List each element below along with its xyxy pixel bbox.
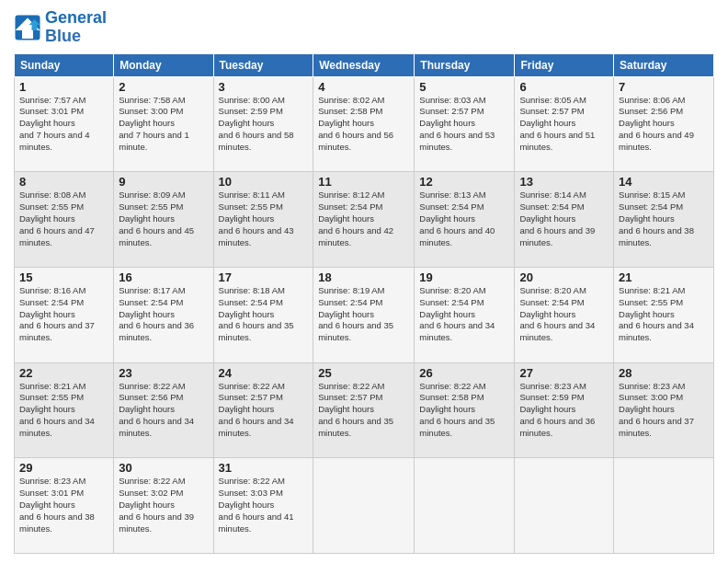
calendar-cell: 18 Sunrise: 8:19 AM Sunset: 2:54 PM Dayl… — [313, 267, 415, 362]
day-number: 14 — [619, 175, 709, 189]
logo: General Blue — [14, 9, 107, 46]
calendar-header-row: SundayMondayTuesdayWednesdayThursdayFrid… — [15, 53, 714, 76]
calendar-cell: 7 Sunrise: 8:06 AM Sunset: 2:56 PM Dayli… — [614, 76, 714, 172]
calendar-body: 1 Sunrise: 7:57 AM Sunset: 3:01 PM Dayli… — [15, 76, 714, 553]
day-number: 9 — [119, 175, 208, 189]
day-info: Sunrise: 8:22 AM Sunset: 3:02 PM Dayligh… — [119, 476, 208, 534]
day-info: Sunrise: 8:14 AM Sunset: 2:54 PM Dayligh… — [519, 190, 609, 248]
calendar-week-4: 22 Sunrise: 8:21 AM Sunset: 2:55 PM Dayl… — [15, 362, 714, 458]
day-number: 6 — [519, 80, 609, 94]
day-info: Sunrise: 8:23 AM Sunset: 3:01 PM Dayligh… — [19, 476, 108, 534]
calendar-cell: 9 Sunrise: 8:09 AM Sunset: 2:55 PM Dayli… — [114, 172, 213, 268]
calendar-cell: 30 Sunrise: 8:22 AM Sunset: 3:02 PM Dayl… — [114, 458, 213, 554]
day-info: Sunrise: 8:13 AM Sunset: 2:54 PM Dayligh… — [419, 190, 509, 248]
day-number: 21 — [619, 270, 709, 284]
day-number: 20 — [519, 270, 609, 284]
page: General Blue SundayMondayTuesdayWednesda… — [0, 0, 728, 563]
day-info: Sunrise: 8:06 AM Sunset: 2:56 PM Dayligh… — [619, 95, 709, 154]
day-number: 31 — [219, 461, 309, 475]
calendar-cell: 15 Sunrise: 8:16 AM Sunset: 2:54 PM Dayl… — [15, 267, 114, 362]
calendar-cell: 27 Sunrise: 8:23 AM Sunset: 2:59 PM Dayl… — [515, 362, 614, 458]
calendar-cell: 2 Sunrise: 7:58 AM Sunset: 3:00 PM Dayli… — [114, 76, 213, 172]
day-number: 13 — [519, 175, 609, 189]
logo-icon — [14, 14, 41, 41]
day-info: Sunrise: 8:22 AM Sunset: 2:57 PM Dayligh… — [219, 381, 309, 440]
day-info: Sunrise: 8:20 AM Sunset: 2:54 PM Dayligh… — [419, 285, 509, 344]
calendar-cell: 11 Sunrise: 8:12 AM Sunset: 2:54 PM Dayl… — [313, 172, 415, 268]
day-info: Sunrise: 8:22 AM Sunset: 2:56 PM Dayligh… — [119, 381, 208, 440]
calendar-cell — [313, 458, 415, 554]
calendar-cell: 25 Sunrise: 8:22 AM Sunset: 2:57 PM Dayl… — [313, 362, 415, 458]
day-info: Sunrise: 8:03 AM Sunset: 2:57 PM Dayligh… — [419, 95, 509, 154]
day-info: Sunrise: 8:18 AM Sunset: 2:54 PM Dayligh… — [219, 285, 309, 344]
day-info: Sunrise: 8:22 AM Sunset: 2:57 PM Dayligh… — [318, 381, 409, 440]
calendar-cell: 14 Sunrise: 8:15 AM Sunset: 2:54 PM Dayl… — [614, 172, 714, 268]
calendar-cell: 17 Sunrise: 8:18 AM Sunset: 2:54 PM Dayl… — [213, 267, 313, 362]
day-number: 10 — [219, 175, 309, 189]
header: General Blue — [14, 9, 714, 46]
calendar-week-1: 1 Sunrise: 7:57 AM Sunset: 3:01 PM Dayli… — [15, 76, 714, 172]
day-info: Sunrise: 8:02 AM Sunset: 2:58 PM Dayligh… — [318, 95, 409, 154]
day-number: 18 — [318, 270, 409, 284]
day-info: Sunrise: 8:20 AM Sunset: 2:54 PM Dayligh… — [519, 285, 609, 344]
day-number: 24 — [219, 366, 309, 380]
column-header-monday: Monday — [114, 53, 213, 76]
calendar-cell: 28 Sunrise: 8:23 AM Sunset: 3:00 PM Dayl… — [614, 362, 714, 458]
day-info: Sunrise: 8:00 AM Sunset: 2:59 PM Dayligh… — [219, 95, 309, 154]
day-number: 29 — [19, 461, 108, 475]
day-info: Sunrise: 8:08 AM Sunset: 2:55 PM Dayligh… — [19, 190, 108, 248]
day-number: 3 — [219, 80, 309, 94]
calendar-cell — [415, 458, 515, 554]
day-info: Sunrise: 8:11 AM Sunset: 2:55 PM Dayligh… — [219, 190, 309, 248]
day-info: Sunrise: 8:15 AM Sunset: 2:54 PM Dayligh… — [619, 190, 709, 248]
calendar-cell: 29 Sunrise: 8:23 AM Sunset: 3:01 PM Dayl… — [15, 458, 114, 554]
calendar-cell — [614, 458, 714, 554]
column-header-sunday: Sunday — [15, 53, 114, 76]
calendar-cell: 24 Sunrise: 8:22 AM Sunset: 2:57 PM Dayl… — [213, 362, 313, 458]
day-number: 15 — [19, 270, 108, 284]
calendar-cell: 12 Sunrise: 8:13 AM Sunset: 2:54 PM Dayl… — [415, 172, 515, 268]
calendar-cell: 23 Sunrise: 8:22 AM Sunset: 2:56 PM Dayl… — [114, 362, 213, 458]
day-number: 30 — [119, 461, 208, 475]
calendar-week-5: 29 Sunrise: 8:23 AM Sunset: 3:01 PM Dayl… — [15, 458, 714, 554]
column-header-tuesday: Tuesday — [213, 53, 313, 76]
day-info: Sunrise: 8:16 AM Sunset: 2:54 PM Dayligh… — [19, 285, 108, 344]
calendar-cell: 31 Sunrise: 8:22 AM Sunset: 3:03 PM Dayl… — [213, 458, 313, 554]
column-header-saturday: Saturday — [614, 53, 714, 76]
calendar-cell: 20 Sunrise: 8:20 AM Sunset: 2:54 PM Dayl… — [515, 267, 614, 362]
calendar-cell: 1 Sunrise: 7:57 AM Sunset: 3:01 PM Dayli… — [15, 76, 114, 172]
day-info: Sunrise: 8:19 AM Sunset: 2:54 PM Dayligh… — [318, 285, 409, 344]
day-number: 17 — [219, 270, 309, 284]
calendar-cell: 13 Sunrise: 8:14 AM Sunset: 2:54 PM Dayl… — [515, 172, 614, 268]
day-info: Sunrise: 8:21 AM Sunset: 2:55 PM Dayligh… — [619, 285, 709, 344]
calendar-cell — [515, 458, 614, 554]
day-number: 26 — [419, 366, 509, 380]
day-number: 11 — [318, 175, 409, 189]
day-info: Sunrise: 7:58 AM Sunset: 3:00 PM Dayligh… — [119, 95, 208, 154]
day-number: 12 — [419, 175, 509, 189]
day-info: Sunrise: 8:22 AM Sunset: 2:58 PM Dayligh… — [419, 381, 509, 440]
calendar-cell: 19 Sunrise: 8:20 AM Sunset: 2:54 PM Dayl… — [415, 267, 515, 362]
day-info: Sunrise: 8:23 AM Sunset: 2:59 PM Dayligh… — [519, 381, 609, 440]
day-info: Sunrise: 8:23 AM Sunset: 3:00 PM Dayligh… — [619, 381, 709, 440]
day-number: 7 — [619, 80, 709, 94]
day-info: Sunrise: 8:17 AM Sunset: 2:54 PM Dayligh… — [119, 285, 208, 344]
calendar-cell: 6 Sunrise: 8:05 AM Sunset: 2:57 PM Dayli… — [515, 76, 614, 172]
calendar-week-2: 8 Sunrise: 8:08 AM Sunset: 2:55 PM Dayli… — [15, 172, 714, 268]
calendar-week-3: 15 Sunrise: 8:16 AM Sunset: 2:54 PM Dayl… — [15, 267, 714, 362]
calendar-cell: 3 Sunrise: 8:00 AM Sunset: 2:59 PM Dayli… — [213, 76, 313, 172]
day-number: 4 — [318, 80, 409, 94]
calendar-cell: 22 Sunrise: 8:21 AM Sunset: 2:55 PM Dayl… — [15, 362, 114, 458]
day-number: 16 — [119, 270, 208, 284]
day-info: Sunrise: 8:21 AM Sunset: 2:55 PM Dayligh… — [19, 381, 108, 440]
calendar-cell: 10 Sunrise: 8:11 AM Sunset: 2:55 PM Dayl… — [213, 172, 313, 268]
day-number: 2 — [119, 80, 208, 94]
calendar-cell: 16 Sunrise: 8:17 AM Sunset: 2:54 PM Dayl… — [114, 267, 213, 362]
column-header-friday: Friday — [515, 53, 614, 76]
day-number: 27 — [519, 366, 609, 380]
calendar-cell: 8 Sunrise: 8:08 AM Sunset: 2:55 PM Dayli… — [15, 172, 114, 268]
day-number: 19 — [419, 270, 509, 284]
calendar-cell: 5 Sunrise: 8:03 AM Sunset: 2:57 PM Dayli… — [415, 76, 515, 172]
day-info: Sunrise: 8:09 AM Sunset: 2:55 PM Dayligh… — [119, 190, 208, 248]
column-header-wednesday: Wednesday — [313, 53, 415, 76]
